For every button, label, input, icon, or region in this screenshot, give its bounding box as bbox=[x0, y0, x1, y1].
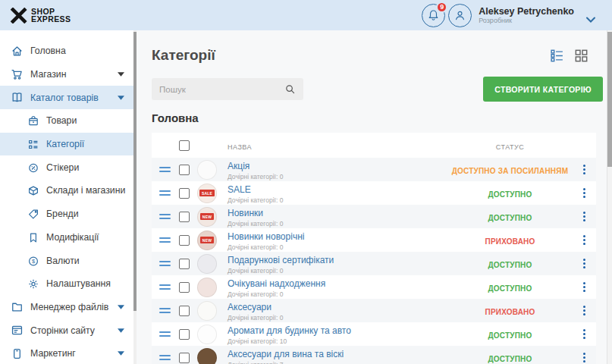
category-thumbnail bbox=[197, 254, 217, 274]
table-row: Аромати для будинку та авто Дочірні кате… bbox=[152, 322, 596, 346]
row-checkbox[interactable] bbox=[179, 353, 190, 363]
page-scrollbar[interactable] bbox=[607, 30, 612, 364]
sidebar-item-katehorii[interactable]: Категорії bbox=[0, 133, 137, 156]
sidebar-item-stikery[interactable]: Стікери bbox=[0, 155, 137, 179]
view-toggle bbox=[550, 49, 588, 63]
chevron-down-icon[interactable] bbox=[586, 12, 595, 18]
row-menu-button[interactable] bbox=[573, 306, 596, 315]
notifications-button[interactable]: 9 bbox=[422, 4, 445, 27]
category-name-link[interactable]: Аромати для будинку та авто bbox=[228, 326, 351, 336]
search-box bbox=[152, 78, 303, 100]
sidebar-item-label: Бренди bbox=[46, 209, 79, 219]
category-name-link[interactable]: Аксесуари bbox=[228, 303, 271, 312]
table-row: Акція Дочірні категорії: 0 ДОСТУПНО ЗА П… bbox=[152, 158, 596, 181]
sidebar-item-kataloh-tovariv[interactable]: Каталог товарів bbox=[0, 86, 137, 109]
select-all-checkbox[interactable] bbox=[179, 140, 190, 151]
warehouse-icon bbox=[27, 184, 39, 196]
status-badge: ДОСТУПНО bbox=[488, 331, 532, 340]
row-checkbox[interactable] bbox=[179, 306, 190, 316]
table-row: Подарункові сертифікати Дочірні категорі… bbox=[152, 252, 596, 275]
products-icon bbox=[27, 115, 39, 127]
row-menu-button[interactable] bbox=[573, 165, 596, 174]
category-children-count: Дочірні категорії: 7 bbox=[228, 361, 447, 364]
sidebar-item-tovary[interactable]: Товари bbox=[0, 109, 137, 133]
status-badge: ДОСТУПНО bbox=[488, 284, 532, 293]
sidebar-item-label: Головна bbox=[30, 46, 66, 56]
sidebar-item-nalashtuvannia[interactable]: Налаштування bbox=[0, 272, 137, 296]
bookmark-icon bbox=[27, 231, 39, 243]
drag-handle-icon[interactable] bbox=[159, 237, 179, 243]
category-name-link[interactable]: Очікувані надходження bbox=[228, 279, 325, 289]
category-name-link[interactable]: Аксесуари для вина та віскі bbox=[228, 350, 344, 359]
chevron-down-icon bbox=[118, 351, 124, 356]
chevron-down-icon bbox=[118, 305, 124, 309]
category-children-count: Дочірні категорії: 0 bbox=[228, 314, 447, 322]
shop-express-logo-icon bbox=[10, 8, 27, 24]
category-children-count: Дочірні категорії: 0 bbox=[228, 243, 447, 251]
cart-icon bbox=[11, 68, 24, 81]
sidebar-item-sklady-i-mahazyny[interactable]: Склади і магазини bbox=[0, 179, 137, 202]
sidebar-item-brendy[interactable]: Бренди bbox=[0, 202, 137, 226]
category-name-link[interactable]: Новинки bbox=[228, 209, 263, 218]
sidebar-item-modyfikatsii[interactable]: Модифікації bbox=[0, 226, 137, 249]
category-name-link[interactable]: Акція bbox=[228, 162, 250, 171]
sidebar-item-mahazyn[interactable]: Магазин bbox=[0, 63, 137, 86]
category-children-count: Дочірні категорії: 0 bbox=[228, 196, 447, 204]
thumbnail-ribbon: NEW bbox=[200, 237, 214, 243]
category-children-count: Дочірні категорії: 0 bbox=[228, 220, 447, 228]
row-menu-button[interactable] bbox=[573, 212, 596, 221]
sidebar-item-holovna[interactable]: Головна bbox=[0, 39, 137, 63]
sidebar-item-storinky-saitu[interactable]: Сторінки сайту bbox=[0, 318, 137, 342]
sidebar-item-label: Категорії bbox=[46, 139, 84, 149]
drag-handle-icon[interactable] bbox=[159, 308, 179, 314]
drag-handle-icon[interactable] bbox=[159, 355, 179, 361]
sidebar-item-label: Стікери bbox=[46, 162, 79, 173]
drag-handle-icon[interactable] bbox=[159, 167, 179, 173]
row-menu-button[interactable] bbox=[573, 188, 596, 198]
section-title: Головна bbox=[152, 111, 588, 124]
row-checkbox[interactable] bbox=[179, 282, 190, 293]
row-menu-button[interactable] bbox=[573, 235, 596, 245]
grid-view-icon[interactable] bbox=[574, 49, 588, 63]
row-menu-button[interactable] bbox=[573, 353, 596, 362]
drag-handle-icon[interactable] bbox=[159, 261, 179, 267]
category-name-link[interactable]: SALE bbox=[228, 185, 251, 195]
row-menu-button[interactable] bbox=[573, 329, 596, 339]
tag-icon bbox=[27, 208, 39, 220]
user-info: Aleksey Petrychenko Розробник bbox=[479, 6, 574, 24]
chevron-down-icon bbox=[118, 72, 124, 77]
table-row: Очікувані надходження Дочірні категорії:… bbox=[152, 275, 596, 299]
category-thumbnail: NEW bbox=[197, 231, 217, 250]
category-name-link[interactable]: Подарункові сертифікати bbox=[228, 256, 334, 265]
list-view-icon[interactable] bbox=[550, 49, 564, 63]
page-title: Категорії bbox=[152, 47, 550, 64]
row-checkbox[interactable] bbox=[179, 212, 190, 222]
sidebar-item-valiuty[interactable]: $ Валюти bbox=[0, 249, 137, 272]
page-scrollbar-thumb[interactable] bbox=[607, 32, 612, 167]
category-thumbnail bbox=[197, 301, 217, 321]
row-checkbox[interactable] bbox=[179, 329, 190, 340]
row-menu-button[interactable] bbox=[573, 282, 596, 292]
user-avatar[interactable] bbox=[448, 4, 472, 27]
drag-handle-icon[interactable] bbox=[159, 331, 179, 337]
row-checkbox[interactable] bbox=[179, 188, 190, 199]
drag-handle-icon[interactable] bbox=[159, 284, 179, 290]
status-badge: ДОСТУПНО bbox=[488, 190, 532, 199]
drag-handle-icon[interactable] bbox=[159, 214, 179, 220]
person-icon bbox=[453, 8, 467, 23]
sidebar-item-label: Товари bbox=[46, 115, 77, 126]
sidebar-item-label: Каталог товарів bbox=[30, 93, 99, 103]
search-input[interactable] bbox=[152, 78, 303, 100]
sidebar-item-marketynh[interactable]: Маркетинг bbox=[0, 342, 137, 364]
sidebar-item-menedzher-failiv[interactable]: Менеджер файлів bbox=[0, 296, 137, 319]
pages-icon bbox=[11, 324, 24, 337]
drag-handle-icon[interactable] bbox=[159, 190, 179, 196]
category-name-link[interactable]: Новинки новорічні bbox=[228, 232, 304, 242]
row-checkbox[interactable] bbox=[179, 235, 190, 246]
row-checkbox[interactable] bbox=[179, 259, 190, 269]
sidebar-item-label: Менеджер файлів bbox=[30, 302, 108, 312]
row-checkbox[interactable] bbox=[179, 165, 190, 175]
create-category-button[interactable]: СТВОРИТИ КАТЕГОРІЮ bbox=[483, 77, 603, 102]
category-thumbnail bbox=[197, 348, 217, 364]
row-menu-button[interactable] bbox=[573, 259, 596, 268]
